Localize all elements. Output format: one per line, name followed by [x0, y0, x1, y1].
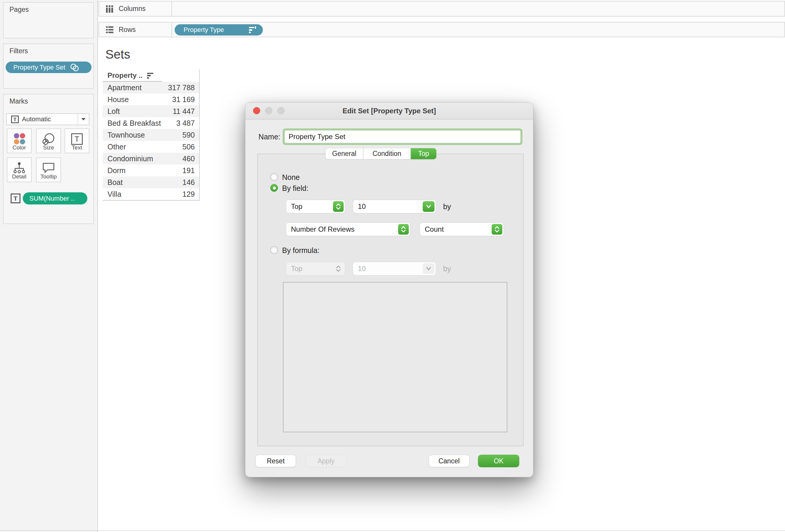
sets-column-header: Property ..: [107, 71, 143, 80]
filters-title: Filters: [9, 47, 28, 55]
row-label: Boat: [107, 178, 182, 187]
top-n-combo[interactable]: 10: [353, 200, 436, 213]
rows-shelf-label: Rows: [99, 23, 172, 37]
row-label: Apartment: [107, 83, 168, 92]
marks-title: Marks: [9, 97, 28, 105]
by-text: by: [443, 200, 451, 213]
rows-shelf-text: Rows: [119, 26, 136, 34]
table-row[interactable]: Apartment 317 788: [103, 82, 199, 94]
size-button[interactable]: Size: [36, 128, 61, 153]
table-row[interactable]: Villa 129: [103, 188, 199, 200]
sets-table-body: Apartment 317 788 House 31 169 Loft 11 4…: [103, 82, 199, 200]
table-row[interactable]: Condominium 460: [103, 153, 199, 164]
detail-button[interactable]: Detail: [7, 157, 32, 182]
row-value: 31 169: [172, 95, 195, 104]
sidebar: Pages Filters Property Type Set Marks T …: [0, 0, 98, 532]
chevron-down-icon: [423, 201, 434, 212]
table-row[interactable]: Townhouse 590: [103, 129, 199, 141]
dialog-titlebar[interactable]: Edit Set [Property Type Set]: [245, 103, 533, 119]
field-value: Number Of Reviews: [291, 225, 397, 234]
status-bar-divider: [0, 530, 785, 531]
sets-table-header[interactable]: Property ..: [103, 69, 199, 82]
mark-type-dropdown[interactable]: T Automatic: [6, 113, 90, 125]
measure-pill-sum-number[interactable]: SUM(Number ..: [23, 192, 87, 205]
none-radio[interactable]: [270, 173, 278, 181]
sheet-title: Sets: [105, 47, 130, 61]
rows-pill-label: Property Type: [183, 26, 224, 34]
filter-pill-label: Property Type Set: [13, 63, 66, 71]
table-row[interactable]: Dorm 191: [103, 164, 199, 176]
formula-top-bottom-value: Top: [291, 265, 332, 273]
sets-table: Property .. Apartment 317 788 House 31: [103, 69, 200, 201]
color-icon: [12, 132, 26, 145]
table-row[interactable]: Loft 11 447: [103, 105, 199, 117]
row-value: 129: [182, 190, 195, 198]
text-button[interactable]: T Text: [65, 128, 90, 153]
by-field-radio-label[interactable]: By field:: [282, 184, 308, 193]
text-mark-icon: T: [11, 115, 19, 124]
table-row[interactable]: House 31 169: [103, 94, 199, 105]
tab-top[interactable]: Top: [411, 148, 436, 159]
tooltip-button-label: Tooltip: [41, 174, 57, 180]
aggregation-select[interactable]: Count: [420, 223, 504, 236]
set-name-input[interactable]: [284, 130, 521, 143]
tableau-workspace: Columns Rows Property Type: [0, 0, 785, 532]
header-sort-descending-icon[interactable]: [147, 72, 154, 79]
row-value: 3 487: [176, 119, 195, 128]
text-button-label: Text: [72, 144, 82, 151]
columns-icon: [105, 4, 114, 13]
tooltip-icon: [42, 162, 55, 174]
formula-top-bottom-select-disabled: Top: [286, 262, 345, 275]
row-value: 11 447: [173, 107, 195, 116]
formula-textarea[interactable]: [284, 283, 508, 433]
name-field-focus-ring: [283, 128, 523, 145]
svg-text:T: T: [13, 117, 17, 123]
by-field-radio[interactable]: [270, 184, 278, 192]
by-formula-radio[interactable]: [270, 246, 278, 254]
rows-shelf[interactable]: Rows Property Type: [99, 22, 785, 37]
row-value: 506: [182, 142, 195, 151]
formula-textarea-container: [283, 282, 507, 432]
tab-condition[interactable]: Condition: [363, 148, 411, 159]
tab-general[interactable]: General: [326, 148, 363, 159]
tab-strip: General Condition Top: [326, 148, 436, 159]
table-row[interactable]: Boat 146: [103, 176, 199, 188]
stepper-icon: [492, 224, 502, 235]
table-row[interactable]: Bed & Breakfast 3 487: [103, 117, 199, 129]
marks-panel: Marks T Automatic: [3, 94, 94, 224]
filter-pill-property-type-set[interactable]: Property Type Set: [6, 61, 92, 73]
sort-descending-icon[interactable]: [248, 26, 256, 34]
filters-panel[interactable]: Filters Property Type Set: [3, 44, 94, 89]
rows-pill-property-type[interactable]: Property Type: [175, 24, 263, 35]
caret-down-icon: [81, 118, 86, 121]
row-label: Dorm: [107, 166, 182, 175]
stepper-icon-disabled: [333, 263, 344, 274]
color-button[interactable]: Color: [7, 128, 32, 153]
columns-shelf-text: Columns: [119, 5, 146, 13]
rows-icon: [105, 25, 114, 34]
none-radio-label[interactable]: None: [282, 173, 300, 182]
table-row[interactable]: Other 506: [103, 141, 199, 153]
size-icon: [42, 132, 56, 146]
columns-shelf[interactable]: Columns: [99, 1, 785, 17]
dialog-title: Edit Set [Property Type Set]: [245, 103, 533, 119]
ok-button[interactable]: OK: [478, 455, 519, 467]
pages-title: Pages: [9, 6, 29, 14]
row-value: 460: [182, 155, 195, 163]
row-value: 317 788: [168, 83, 195, 92]
by-formula-radio-label[interactable]: By formula:: [282, 246, 320, 255]
cancel-button[interactable]: Cancel: [429, 455, 469, 467]
top-bottom-value: Top: [291, 203, 332, 211]
tooltip-button[interactable]: Tooltip: [36, 157, 61, 182]
mark-type-caret-button[interactable]: [78, 114, 89, 125]
row-label: Loft: [107, 107, 173, 116]
formula-top-n-value: 10: [358, 265, 422, 273]
top-bottom-select[interactable]: Top: [286, 200, 345, 213]
aggregation-value: Count: [425, 225, 490, 234]
field-select[interactable]: Number Of Reviews: [286, 223, 410, 236]
pages-panel[interactable]: Pages: [3, 2, 94, 38]
row-value: 191: [182, 166, 195, 175]
columns-shelf-label: Columns: [99, 1, 172, 16]
reset-button[interactable]: Reset: [256, 455, 296, 467]
formula-by-text: by: [443, 262, 451, 275]
